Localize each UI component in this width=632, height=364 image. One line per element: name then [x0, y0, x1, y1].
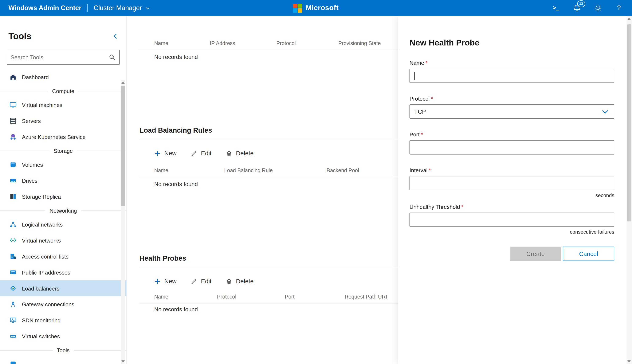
column-header[interactable]: Name: [154, 168, 224, 174]
sidebar-item-public-ip-addresses[interactable]: Public IP addresses: [0, 264, 126, 280]
context-switcher[interactable]: Cluster Manager: [94, 4, 150, 12]
volumes-icon: [9, 161, 17, 168]
sidebar-item-dashboard[interactable]: Dashboard: [0, 69, 126, 85]
new-button-label: New: [164, 278, 177, 285]
frontend-ip-empty-text: No records found: [140, 54, 198, 60]
group-label: Compute: [52, 88, 74, 94]
panel-buttons: Create Cancel: [410, 247, 614, 261]
create-button[interactable]: Create: [510, 247, 561, 261]
powershell-icon[interactable]: >_: [551, 3, 560, 13]
public-ip-addresses-icon: [9, 269, 17, 276]
panel-title: New Health Probe: [410, 38, 632, 48]
name-input[interactable]: [410, 69, 614, 82]
group-label: Storage: [54, 148, 73, 154]
search-tools-box: [7, 50, 120, 65]
sidebar-item-azure-kubernetes-service[interactable]: Azure Kubernetes Service: [0, 129, 126, 145]
help-icon[interactable]: ?: [614, 3, 623, 13]
sidebar-item-label: Servers: [22, 118, 41, 124]
sidebar-group-networking: Networking: [0, 205, 126, 216]
edit-button[interactable]: Edit: [191, 278, 212, 285]
scroll-down-arrow[interactable]: [627, 360, 631, 362]
home-icon: [9, 74, 17, 81]
settings-gear-icon[interactable]: [593, 3, 602, 13]
sidebar-item-label: Load balancers: [22, 285, 60, 292]
sidebar-item-drives[interactable]: Drives: [0, 173, 126, 189]
column-header[interactable]: Backend Pool: [327, 168, 399, 174]
interval-field: [410, 176, 614, 190]
notifications-icon[interactable]: 12: [572, 3, 581, 13]
column-header[interactable]: Name: [154, 40, 210, 46]
new-health-probe-form: Name* Protocol* TCP Port* Interval*: [410, 60, 614, 261]
delete-button[interactable]: Delete: [226, 278, 254, 285]
sidebar-item-label: Drives: [22, 178, 38, 184]
sidebar-item-label: Virtual networks: [22, 237, 61, 244]
column-header[interactable]: IP Address: [210, 40, 276, 46]
column-header[interactable]: Provisioning State: [338, 40, 399, 46]
scroll-up-arrow[interactable]: [121, 82, 125, 84]
storage-replica-icon: [9, 193, 17, 200]
delete-trash-icon: [226, 278, 232, 284]
column-header[interactable]: Load Balancing Rule: [224, 168, 327, 174]
port-input[interactable]: [410, 141, 614, 154]
interval-input[interactable]: [410, 176, 614, 190]
sidebar-item-load-balancers[interactable]: Load balancers: [0, 280, 126, 296]
tool-icon: [9, 360, 17, 364]
edit-button[interactable]: Edit: [191, 150, 212, 157]
sidebar-item-access-control-lists[interactable]: Access control lists: [0, 248, 126, 264]
frontend-ip-table-header: Name IP Address Protocol Provisioning St…: [140, 37, 400, 50]
app-title[interactable]: Windows Admin Center: [9, 4, 81, 12]
load-balancer-detail: Name IP Address Protocol Provisioning St…: [140, 16, 400, 364]
sidebar-item-logical-networks[interactable]: Logical networks: [0, 216, 126, 232]
sidebar-item-virtual-networks[interactable]: Virtual networks: [0, 232, 126, 248]
new-health-probe-panel: New Health Probe Name* Protocol* TCP Por…: [398, 16, 632, 364]
tools-header: Tools: [0, 16, 126, 41]
search-tools-input[interactable]: [7, 54, 109, 60]
required-asterisk: *: [431, 96, 433, 102]
sidebar-scrollbar-thumb[interactable]: [121, 86, 125, 206]
page-scrollbar[interactable]: [626, 16, 632, 364]
sidebar-item-volumes[interactable]: Volumes: [0, 157, 126, 173]
sidebar-item-partial[interactable]: [0, 356, 126, 364]
new-button[interactable]: New: [154, 278, 177, 285]
tools-nav: Dashboard Compute Virtual machines Serve…: [0, 69, 126, 364]
scroll-up-arrow[interactable]: [627, 18, 631, 20]
column-header[interactable]: Protocol: [276, 40, 339, 46]
health-probes-toolbar: New Edit Delete: [140, 274, 254, 289]
port-field: [410, 140, 614, 154]
edit-pencil-icon: [191, 150, 197, 156]
page-scrollbar-thumb[interactable]: [627, 24, 631, 222]
scroll-down-arrow[interactable]: [121, 360, 125, 362]
protocol-select[interactable]: TCP: [410, 104, 614, 119]
microsoft-wordmark: Microsoft: [305, 4, 339, 12]
load-balancing-rules-toolbar: New Edit Delete: [140, 146, 254, 161]
sidebar-item-label: SDN monitoring: [22, 317, 61, 323]
sidebar-item-virtual-switches[interactable]: Virtual switches: [0, 328, 126, 344]
column-header[interactable]: Port: [285, 294, 345, 300]
sidebar-item-gateway-connections[interactable]: Gateway connections: [0, 296, 126, 312]
sidebar-scrollbar[interactable]: [121, 80, 125, 364]
title-separator: [87, 4, 88, 12]
sidebar-item-storage-replica[interactable]: Storage Replica: [0, 189, 126, 205]
cancel-button[interactable]: Cancel: [563, 247, 614, 261]
sidebar-group-tools: Tools: [0, 344, 126, 356]
sidebar-item-sdn-monitoring[interactable]: SDN monitoring: [0, 312, 126, 328]
unhealthy-threshold-input[interactable]: [410, 213, 614, 226]
search-icon: [109, 54, 116, 61]
delete-button[interactable]: Delete: [226, 150, 254, 157]
health-probes-table-header: Name Protocol Port Request Path URI: [140, 290, 400, 304]
text-caret: [414, 72, 414, 80]
port-label: Port*: [410, 131, 614, 138]
collapse-sidebar-icon[interactable]: [112, 33, 119, 40]
sidebar-item-virtual-machines[interactable]: Virtual machines: [0, 97, 126, 113]
group-label: Tools: [57, 347, 70, 353]
sidebar-item-servers[interactable]: Servers: [0, 113, 126, 129]
health-probes-empty-text: No records found: [140, 306, 198, 313]
new-button[interactable]: New: [154, 150, 177, 157]
virtual-switches-icon: [9, 333, 17, 340]
virtual-networks-icon: [9, 237, 17, 244]
top-bar: Windows Admin Center Cluster Manager Mic…: [0, 0, 632, 16]
column-header[interactable]: Protocol: [217, 294, 285, 300]
column-header[interactable]: Request Path URI: [345, 294, 399, 300]
column-header[interactable]: Name: [154, 294, 217, 300]
azure-kubernetes-service-icon: [9, 133, 17, 140]
